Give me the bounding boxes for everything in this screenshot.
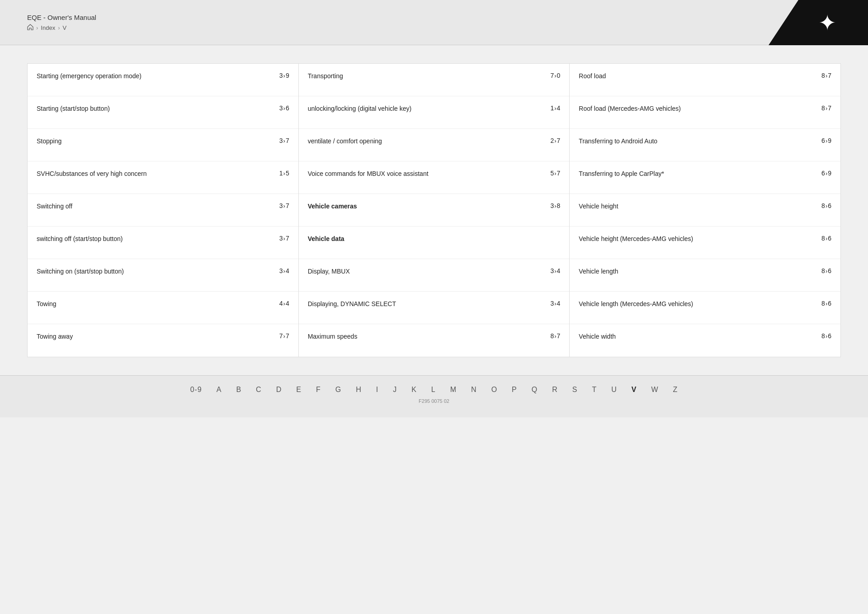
alphabet-c[interactable]: C xyxy=(249,384,269,396)
page-title: EQE - Owner's Manual xyxy=(27,14,96,21)
row-page: 3›4 xyxy=(542,300,560,307)
row-page: 7›7 xyxy=(271,332,289,340)
breadcrumb-current: V xyxy=(63,24,67,31)
row-label[interactable]: Towing away xyxy=(37,332,271,341)
table-row: Display, MBUX3›4 xyxy=(299,259,570,292)
footer-code: F295 0075 02 xyxy=(419,398,449,404)
row-label[interactable]: Voice commands for MBUX voice assistant xyxy=(308,170,542,179)
table-row: Vehicle height8›6 xyxy=(570,194,840,227)
alphabet-f[interactable]: F xyxy=(309,384,328,396)
row-label[interactable]: Display, MBUX xyxy=(308,267,542,276)
row-label[interactable]: Vehicle height xyxy=(579,202,813,211)
alphabet-s[interactable]: S xyxy=(565,384,585,396)
row-label[interactable]: Transferring to Apple CarPlay* xyxy=(579,170,813,179)
alphabet-t[interactable]: T xyxy=(585,384,604,396)
row-page: 1›4 xyxy=(542,104,560,112)
alphabet-z[interactable]: Z xyxy=(666,384,685,396)
row-label[interactable]: Roof load xyxy=(579,72,813,81)
row-label[interactable]: Towing xyxy=(37,300,271,309)
alphabet-o[interactable]: O xyxy=(484,384,505,396)
table-row: Towing4›4 xyxy=(28,292,298,324)
main-content: Starting (emergency operation mode)3›9St… xyxy=(0,45,868,375)
alphabet-r[interactable]: R xyxy=(545,384,565,396)
page-header: EQE - Owner's Manual › Index › V ✦ xyxy=(0,0,868,45)
alphabet-e[interactable]: E xyxy=(289,384,309,396)
alphabet-g[interactable]: G xyxy=(328,384,349,396)
breadcrumb-index[interactable]: Index xyxy=(41,24,55,31)
row-label[interactable]: Maximum speeds xyxy=(308,332,542,341)
alphabet-m[interactable]: M xyxy=(443,384,464,396)
row-label[interactable]: Switching off xyxy=(37,202,271,211)
row-label[interactable]: Starting (emergency operation mode) xyxy=(37,72,271,81)
alphabet-q[interactable]: Q xyxy=(524,384,545,396)
row-label[interactable]: Transporting xyxy=(308,72,542,81)
table-row: Starting (start/stop button)3›6 xyxy=(28,96,298,129)
mercedes-logo: ✦ xyxy=(769,0,868,45)
table-row: Voice commands for MBUX voice assistant5… xyxy=(299,161,570,194)
table-row: Starting (emergency operation mode)3›9 xyxy=(28,64,298,96)
row-label[interactable]: SVHC/substances of very high concern xyxy=(37,170,271,179)
row-page: 6›9 xyxy=(813,170,831,177)
row-label[interactable]: Vehicle length xyxy=(579,267,813,276)
table-row: Roof load8›7 xyxy=(570,64,840,96)
table-row: Displaying, DYNAMIC SELECT3›4 xyxy=(299,292,570,324)
row-label[interactable]: Vehicle height (Mercedes-AMG vehicles) xyxy=(579,235,813,244)
table-row: Vehicle length8›6 xyxy=(570,259,840,292)
row-page: 3›6 xyxy=(271,104,289,112)
alphabet-i[interactable]: I xyxy=(369,384,386,396)
row-label[interactable]: Displaying, DYNAMIC SELECT xyxy=(308,300,542,309)
alphabet-l[interactable]: L xyxy=(424,384,443,396)
row-page: 8›7 xyxy=(542,332,560,340)
alphabet-a[interactable]: A xyxy=(209,384,229,396)
row-page: 3›7 xyxy=(271,202,289,209)
home-icon[interactable] xyxy=(27,24,33,32)
table-row: unlocking/locking (digital vehicle key)1… xyxy=(299,96,570,129)
alphabet-d[interactable]: D xyxy=(269,384,289,396)
alphabet-k[interactable]: K xyxy=(404,384,424,396)
row-label[interactable]: ventilate / comfort opening xyxy=(308,137,542,146)
row-page: 3›7 xyxy=(271,235,289,242)
row-page: 4›4 xyxy=(271,300,289,307)
alphabet-p[interactable]: P xyxy=(505,384,524,396)
row-label[interactable]: Transferring to Android Auto xyxy=(579,137,813,146)
index-column-2: Transporting7›0unlocking/locking (digita… xyxy=(299,64,570,357)
row-page: 8›6 xyxy=(813,332,831,340)
table-row: Switching off3›7 xyxy=(28,194,298,227)
row-label[interactable]: unlocking/locking (digital vehicle key) xyxy=(308,104,542,113)
row-label[interactable]: switching off (start/stop button) xyxy=(37,235,271,244)
alphabet-n[interactable]: N xyxy=(464,384,484,396)
row-label[interactable]: Vehicle width xyxy=(579,332,813,341)
row-page: 6›9 xyxy=(813,137,831,144)
table-row: Vehicle height (Mercedes-AMG vehicles)8›… xyxy=(570,227,840,259)
breadcrumb: › Index › V xyxy=(27,24,96,32)
row-label[interactable]: Roof load (Mercedes-AMG vehicles) xyxy=(579,104,813,113)
alphabet-j[interactable]: J xyxy=(386,384,404,396)
breadcrumb-sep-1: › xyxy=(36,24,38,31)
table-row: Vehicle cameras3›8 xyxy=(299,194,570,227)
row-label: Vehicle data xyxy=(308,235,542,244)
alphabet-v[interactable]: V xyxy=(624,384,644,396)
table-row: Maximum speeds8›7 xyxy=(299,324,570,357)
mercedes-star-icon: ✦ xyxy=(818,10,836,35)
row-page: 8›6 xyxy=(813,235,831,242)
row-label[interactable]: Vehicle length (Mercedes-AMG vehicles) xyxy=(579,300,813,309)
table-row: Towing away7›7 xyxy=(28,324,298,357)
row-label[interactable]: Switching on (start/stop button) xyxy=(37,267,271,276)
header-left: EQE - Owner's Manual › Index › V xyxy=(27,14,96,32)
table-row: Roof load (Mercedes-AMG vehicles)8›7 xyxy=(570,96,840,129)
alphabet-0-9[interactable]: 0-9 xyxy=(183,384,209,396)
row-page: 3›4 xyxy=(271,267,289,274)
row-page: 8›7 xyxy=(813,104,831,112)
row-page: 8›6 xyxy=(813,267,831,274)
row-label[interactable]: Stopping xyxy=(37,137,271,146)
alphabet-w[interactable]: W xyxy=(644,384,665,396)
table-row: Transferring to Android Auto6›9 xyxy=(570,129,840,161)
alphabet-u[interactable]: U xyxy=(604,384,624,396)
alphabet-h[interactable]: H xyxy=(349,384,369,396)
row-label[interactable]: Starting (start/stop button) xyxy=(37,104,271,113)
table-row: Vehicle width8›6 xyxy=(570,324,840,357)
alphabet-b[interactable]: B xyxy=(229,384,249,396)
row-page: 8›7 xyxy=(813,72,831,79)
row-page: 2›7 xyxy=(542,137,560,144)
index-table: Starting (emergency operation mode)3›9St… xyxy=(27,63,841,357)
